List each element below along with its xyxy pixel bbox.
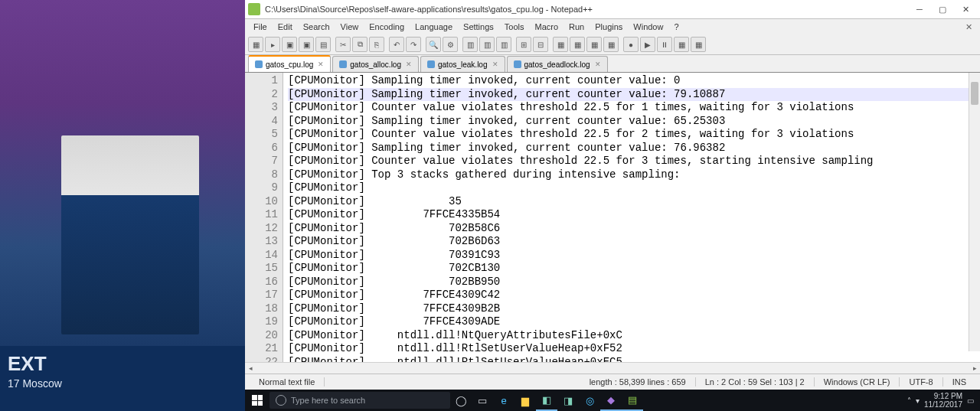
notifications-icon[interactable]: ▭ [967, 396, 974, 405]
toolbar-button-31[interactable]: ▦ [674, 37, 689, 52]
line-1[interactable]: [CPUMonitor] Sampling timer invoked, cur… [288, 74, 975, 88]
toolbar-button-11[interactable]: ↷ [406, 37, 421, 52]
scroll-thumb[interactable] [971, 82, 978, 105]
toolbar-button-24[interactable]: ▦ [570, 37, 585, 52]
line-10[interactable]: [CPUMonitor] 35 [288, 195, 975, 209]
line-11[interactable]: [CPUMonitor] 7FFCE4335B54 [288, 208, 975, 222]
toolbar-button-0[interactable]: ▦ [248, 37, 263, 52]
notepad-plus-plus-icon[interactable]: ▤ [622, 390, 643, 411]
tray-chevron-icon[interactable]: ˄ [907, 396, 911, 405]
menu-macro[interactable]: Macro [529, 21, 564, 33]
line-15[interactable]: [CPUMonitor] 702CB130 [288, 262, 975, 276]
line-20[interactable]: [CPUMonitor] ntdll.dll!NtQueryAttributes… [288, 329, 975, 343]
line-6[interactable]: [CPUMonitor] Sampling timer invoked, cur… [288, 142, 975, 155]
toolbar-button-32[interactable]: ▦ [691, 37, 706, 52]
toolbar-button-16[interactable]: ▥ [462, 37, 478, 52]
search-placeholder: Type here to search [291, 396, 365, 405]
menu-window[interactable]: Window [628, 21, 668, 33]
toolbar-button-28[interactable]: ● [623, 37, 639, 52]
line-7[interactable]: [CPUMonitor] Counter value violates thre… [288, 155, 975, 168]
toolbar-button-13[interactable]: 🔍 [426, 37, 441, 52]
tab-close-icon[interactable]: ✕ [406, 60, 412, 68]
menu-tools[interactable]: Tools [499, 21, 530, 33]
toolbar-button-30[interactable]: ⏸ [657, 37, 672, 52]
toolbar-button-2[interactable]: ▣ [282, 37, 297, 52]
tab-close-icon[interactable]: ✕ [318, 60, 324, 68]
toolbar-button-20[interactable]: ⊞ [516, 37, 531, 52]
line-3[interactable]: [CPUMonitor] Counter value violates thre… [288, 101, 975, 115]
menu-file[interactable]: File [248, 21, 273, 33]
menu-search[interactable]: Search [298, 21, 335, 33]
line-19[interactable]: [CPUMonitor] 7FFCE4309ADE [288, 315, 975, 329]
start-button[interactable] [245, 390, 270, 411]
system-tray[interactable]: ˄ ▾ 9:12 PM 11/12/2017 ▭ [907, 392, 980, 409]
edge-icon[interactable]: e [493, 390, 514, 411]
windows-taskbar[interactable]: Type here to search ◯ ▭ e ▆ ◧ ◨ ◎ ◆ ▤ ˄ … [245, 390, 980, 411]
line-4[interactable]: [CPUMonitor] Sampling timer invoked, cur… [288, 115, 975, 129]
tab-close-icon[interactable]: ✕ [595, 60, 601, 68]
menu-settings[interactable]: Settings [458, 21, 499, 33]
toolbar-button-7[interactable]: ⧉ [352, 37, 368, 52]
toolbar-button-14[interactable]: ⚙ [443, 37, 458, 52]
app-icon-3[interactable]: ◎ [579, 390, 600, 411]
line-16[interactable]: [CPUMonitor] 702BB950 [288, 276, 975, 289]
line-13[interactable]: [CPUMonitor] 702B6D63 [288, 235, 975, 249]
clock-time: 9:12 PM [924, 392, 962, 400]
menu-help[interactable]: ? [668, 21, 684, 33]
app-icon-1[interactable]: ◧ [536, 390, 557, 411]
visual-studio-icon[interactable]: ◆ [600, 390, 622, 411]
menu-plugins[interactable]: Plugins [590, 21, 628, 33]
tab-gatos_cpu-log[interactable]: gatos_cpu.log✕ [248, 55, 331, 72]
line-12[interactable]: [CPUMonitor] 702B58C6 [288, 222, 975, 236]
toolbar-button-18[interactable]: ▥ [496, 37, 511, 52]
tab-gatos_alloc-log[interactable]: gatos_alloc.log✕ [332, 56, 419, 72]
menu-edit[interactable]: Edit [273, 21, 298, 33]
menu-run[interactable]: Run [564, 21, 590, 33]
toolbar-button-25[interactable]: ▦ [586, 37, 602, 52]
toolbar-button-26[interactable]: ▦ [603, 37, 619, 52]
line-9[interactable]: [CPUMonitor] [288, 181, 975, 195]
tab-gatos_deadlock-log[interactable]: gatos_deadlock.log✕ [507, 56, 608, 72]
menu-view[interactable]: View [335, 21, 364, 33]
toolbar-button-6[interactable]: ✂ [335, 37, 351, 52]
toolbar-button-10[interactable]: ↶ [389, 37, 404, 52]
minimize-button[interactable]: ─ [908, 2, 931, 17]
horizontal-scrollbar[interactable]: ◂ ▸ [245, 362, 980, 373]
tab-close-icon[interactable]: ✕ [492, 60, 498, 68]
toolbar-button-4[interactable]: ▤ [315, 37, 331, 52]
app-icon-2[interactable]: ◨ [557, 390, 579, 411]
title-bar[interactable]: C:\Users\Dina\Source\Repos\self-aware-ap… [245, 0, 980, 19]
scroll-right-arrow[interactable]: ▸ [969, 364, 980, 372]
secondary-close-button[interactable]: ✕ [961, 22, 977, 32]
menu-language[interactable]: Language [410, 21, 458, 33]
maximize-button[interactable]: ▢ [931, 2, 954, 17]
taskbar-search[interactable]: Type here to search [270, 392, 450, 409]
line-21[interactable]: [CPUMonitor] ntdll.dll!RtlSetUserValueHe… [288, 342, 975, 356]
line-2[interactable]: [CPUMonitor] Sampling timer invoked, cur… [288, 88, 975, 102]
line-22[interactable]: [CPUMonitor] ntdll.dll!RtlSetUserValueHe… [288, 356, 975, 363]
taskbar-clock[interactable]: 9:12 PM 11/12/2017 [924, 392, 962, 409]
tray-network-icon[interactable]: ▾ [916, 396, 920, 405]
toolbar-button-23[interactable]: ▦ [553, 37, 568, 52]
toolbar-button-1[interactable]: ▸ [265, 37, 280, 52]
tool-bar: ▦▸▣▣▤✂⧉⎘↶↷🔍⚙▥▥▥⊞⊟▦▦▦▦●▶⏸▦▦ [245, 34, 980, 55]
line-5[interactable]: [CPUMonitor] Counter value violates thre… [288, 128, 975, 142]
vertical-scrollbar[interactable] [969, 73, 980, 351]
scroll-left-arrow[interactable]: ◂ [245, 364, 256, 372]
tab-gatos_leak-log[interactable]: gatos_leak.log✕ [420, 56, 505, 72]
menu-encoding[interactable]: Encoding [364, 21, 410, 33]
text-content[interactable]: [CPUMonitor] Sampling timer invoked, cur… [283, 73, 980, 362]
task-view-icon[interactable]: ▭ [472, 390, 493, 411]
toolbar-button-17[interactable]: ▥ [479, 37, 495, 52]
cortana-icon[interactable]: ◯ [450, 390, 472, 411]
toolbar-button-8[interactable]: ⎘ [369, 37, 384, 52]
line-14[interactable]: [CPUMonitor] 70391C93 [288, 249, 975, 263]
line-17[interactable]: [CPUMonitor] 7FFCE4309C42 [288, 289, 975, 302]
toolbar-button-29[interactable]: ▶ [640, 37, 655, 52]
line-8[interactable]: [CPUMonitor] Top 3 stacks gathered durin… [288, 168, 975, 182]
file-explorer-icon[interactable]: ▆ [514, 390, 536, 411]
toolbar-button-3[interactable]: ▣ [299, 37, 314, 52]
line-18[interactable]: [CPUMonitor] 7FFCE4309B2B [288, 302, 975, 316]
toolbar-button-21[interactable]: ⊟ [533, 37, 548, 52]
close-button[interactable]: ✕ [954, 2, 977, 17]
